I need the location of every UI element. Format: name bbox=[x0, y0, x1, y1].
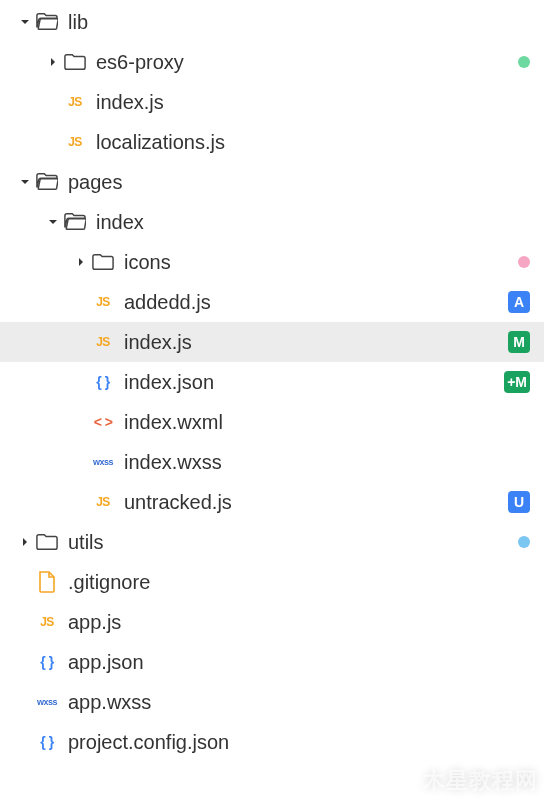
wxss-icon: wxss bbox=[36, 691, 58, 713]
json-icon: { } bbox=[36, 651, 58, 673]
tree-item-label: app.wxss bbox=[68, 691, 151, 714]
tree-row[interactable]: { }index.json+M bbox=[0, 362, 544, 402]
folder-icon bbox=[36, 531, 58, 553]
tree-item-label: localizations.js bbox=[96, 131, 225, 154]
js-icon: JS bbox=[92, 291, 114, 313]
chevron-down-icon[interactable] bbox=[46, 215, 60, 229]
watermark-text: 木星教程网 bbox=[423, 766, 538, 796]
chevron-down-icon[interactable] bbox=[18, 15, 32, 29]
chevron-right-icon[interactable] bbox=[74, 255, 88, 269]
folder-open-icon bbox=[36, 171, 58, 193]
json-icon: { } bbox=[92, 371, 114, 393]
tree-item-label: lib bbox=[68, 11, 88, 34]
tree-row[interactable]: JSindex.jsM bbox=[0, 322, 544, 362]
tree-item-label: index.js bbox=[124, 331, 192, 354]
file-tree: libes6-proxyJSindex.jsJSlocalizations.js… bbox=[0, 0, 544, 762]
vcs-status-dot bbox=[518, 256, 530, 268]
tree-row[interactable]: utils bbox=[0, 522, 544, 562]
tree-item-label: es6-proxy bbox=[96, 51, 184, 74]
js-icon: JS bbox=[36, 611, 58, 633]
tree-item-label: index.wxml bbox=[124, 411, 223, 434]
wxml-icon: < > bbox=[92, 411, 114, 433]
tree-item-label: app.js bbox=[68, 611, 121, 634]
tree-row[interactable]: { }app.json bbox=[0, 642, 544, 682]
folder-open-icon bbox=[64, 211, 86, 233]
chevron-right-icon[interactable] bbox=[46, 55, 60, 69]
tree-item-label: app.json bbox=[68, 651, 144, 674]
tree-item-label: icons bbox=[124, 251, 171, 274]
chevron-down-icon[interactable] bbox=[18, 175, 32, 189]
js-icon: JS bbox=[64, 91, 86, 113]
folder-icon bbox=[64, 51, 86, 73]
vcs-status-dot bbox=[518, 56, 530, 68]
vcs-status-badge: U bbox=[508, 491, 530, 513]
tree-row[interactable]: wxssindex.wxss bbox=[0, 442, 544, 482]
wxss-icon: wxss bbox=[92, 451, 114, 473]
vcs-status-badge: +M bbox=[504, 371, 530, 393]
vcs-status-badge: A bbox=[508, 291, 530, 313]
tree-row[interactable]: JSapp.js bbox=[0, 602, 544, 642]
vcs-status-dot bbox=[518, 536, 530, 548]
tree-item-label: index.wxss bbox=[124, 451, 222, 474]
tree-item-label: project.config.json bbox=[68, 731, 229, 754]
tree-item-label: pages bbox=[68, 171, 123, 194]
tree-item-label: index.js bbox=[96, 91, 164, 114]
tree-item-label: index bbox=[96, 211, 144, 234]
tree-row[interactable]: wxssapp.wxss bbox=[0, 682, 544, 722]
tree-row[interactable]: JSlocalizations.js bbox=[0, 122, 544, 162]
vcs-status-badge: M bbox=[508, 331, 530, 353]
js-icon: JS bbox=[92, 331, 114, 353]
tree-row[interactable]: icons bbox=[0, 242, 544, 282]
tree-row[interactable]: es6-proxy bbox=[0, 42, 544, 82]
tree-row[interactable]: JSaddedd.jsA bbox=[0, 282, 544, 322]
tree-item-label: addedd.js bbox=[124, 291, 211, 314]
tree-row[interactable]: < >index.wxml bbox=[0, 402, 544, 442]
tree-row[interactable]: lib bbox=[0, 2, 544, 42]
tree-row[interactable]: { }project.config.json bbox=[0, 722, 544, 762]
tree-item-label: utils bbox=[68, 531, 104, 554]
js-icon: JS bbox=[64, 131, 86, 153]
tree-row[interactable]: index bbox=[0, 202, 544, 242]
tree-item-label: .gitignore bbox=[68, 571, 150, 594]
tree-item-label: untracked.js bbox=[124, 491, 232, 514]
tree-row[interactable]: JSuntracked.jsU bbox=[0, 482, 544, 522]
tree-row[interactable]: .gitignore bbox=[0, 562, 544, 602]
file-icon bbox=[36, 571, 58, 593]
chevron-right-icon[interactable] bbox=[18, 535, 32, 549]
tree-item-label: index.json bbox=[124, 371, 214, 394]
tree-row[interactable]: JSindex.js bbox=[0, 82, 544, 122]
js-icon: JS bbox=[92, 491, 114, 513]
tree-row[interactable]: pages bbox=[0, 162, 544, 202]
folder-open-icon bbox=[36, 11, 58, 33]
folder-icon bbox=[92, 251, 114, 273]
json-icon: { } bbox=[36, 731, 58, 753]
